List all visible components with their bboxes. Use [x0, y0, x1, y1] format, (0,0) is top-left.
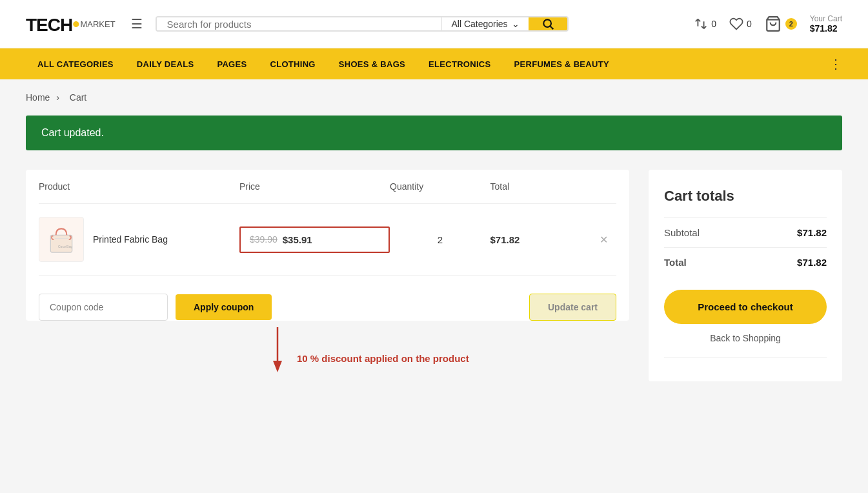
cart-table-header: Product Price Quantity Total [39, 170, 616, 204]
coupon-row: Apply coupon Update cart [39, 276, 616, 321]
subtotal-label: Subtotal [664, 227, 700, 238]
svg-line-1 [550, 26, 553, 30]
cart-totals-title: Cart totals [664, 188, 827, 205]
table-row: Coco Bag Printed Fabric Bag $39.90 $35.9… [39, 204, 616, 276]
proceed-checkout-button[interactable]: Proceed to checkout [664, 290, 827, 324]
col-product: Product [39, 181, 239, 192]
total-row: Total $71.82 [664, 247, 827, 277]
discount-annotation: 10 % discount applied on the product [26, 327, 629, 379]
search-bar: All Categories ⌄ [156, 16, 569, 32]
nav-clothing[interactable]: CLOTHING [258, 48, 327, 79]
site-header: TECH• MARKET ☰ All Categories ⌄ 0 0 2 Yo… [0, 0, 868, 48]
cart-main: Product Price Quantity Total [26, 170, 629, 381]
cart-table: Product Price Quantity Total [26, 170, 629, 321]
search-button[interactable] [529, 17, 567, 30]
cart-total-display: Your Cart $71.82 [810, 14, 842, 34]
total-value: $71.82 [797, 257, 827, 268]
breadcrumb-current: Cart [70, 92, 86, 103]
svg-point-0 [543, 19, 551, 27]
cart-updated-banner: Cart updated. [26, 116, 842, 150]
cart-layout: Product Price Quantity Total [26, 170, 842, 381]
col-price: Price [239, 181, 390, 192]
subtotal-row: Subtotal $71.82 [664, 217, 827, 247]
svg-text:Coco Bag: Coco Bag [58, 245, 72, 248]
product-image: Coco Bag [39, 217, 84, 262]
search-input[interactable] [157, 17, 442, 30]
cart-icon [765, 15, 782, 32]
price-original: $39.90 [250, 234, 278, 245]
logo[interactable]: TECH• MARKET [26, 12, 116, 36]
breadcrumb-separator: › [56, 92, 59, 103]
cart-count-badge: 2 [785, 18, 797, 30]
product-name: Printed Fabric Bag [93, 234, 168, 245]
search-icon [541, 17, 554, 30]
cart-totals-sidebar: Cart totals Subtotal $71.82 Total $71.82… [649, 170, 842, 381]
svg-marker-7 [273, 361, 282, 372]
back-to-shopping-button[interactable]: Back to Shopping [664, 324, 827, 352]
col-quantity: Quantity [390, 181, 490, 192]
col-total: Total [490, 181, 590, 192]
total-cell: $71.82 [490, 234, 590, 245]
quantity-cell: 2 [390, 234, 490, 245]
nav-shoes-bags[interactable]: SHOES & BAGS [327, 48, 417, 79]
header-actions: 0 0 2 Your Cart $71.82 [694, 14, 842, 34]
wishlist-icon-group[interactable]: 0 [729, 17, 752, 31]
cart-updated-message: Cart updated. [41, 127, 104, 138]
update-cart-button[interactable]: Update cart [529, 294, 616, 321]
total-label: Total [664, 257, 687, 268]
hamburger-menu-icon[interactable]: ☰ [131, 16, 143, 32]
apply-coupon-button[interactable]: Apply coupon [176, 294, 272, 320]
logo-tech: TECH• [26, 12, 79, 36]
svg-rect-3 [50, 235, 72, 252]
cart-icon-group[interactable]: 2 [765, 15, 797, 32]
nav-all-categories[interactable]: ALL CATEGORIES [26, 48, 125, 79]
nav-pages[interactable]: PAGES [205, 48, 258, 79]
coupon-input[interactable] [39, 294, 168, 321]
compare-count: 0 [711, 19, 716, 29]
nav-electronics[interactable]: ELECTRONICS [417, 48, 502, 79]
logo-market-text: MARKET [80, 19, 115, 29]
nav-perfumes-beauty[interactable]: PERFUMES & BEAUTY [503, 48, 621, 79]
page-content: Cart updated. Product Price Quantity Tot… [0, 116, 868, 420]
discount-arrow-icon [258, 327, 297, 379]
compare-icon-group[interactable]: 0 [694, 17, 716, 31]
subtotal-value: $71.82 [797, 227, 827, 238]
price-cell: $39.90 $35.91 [239, 226, 390, 253]
price-current: $35.91 [283, 234, 312, 245]
product-cell: Coco Bag Printed Fabric Bag [39, 217, 239, 262]
compare-icon [694, 17, 708, 31]
bag-illustration: Coco Bag [45, 223, 77, 256]
nav-more-icon[interactable]: ⋮ [829, 56, 842, 72]
nav-daily-deals[interactable]: DAILY DEALS [125, 48, 206, 79]
chevron-down-icon: ⌄ [512, 19, 520, 29]
category-dropdown[interactable]: All Categories ⌄ [441, 17, 528, 30]
breadcrumb-home[interactable]: Home [26, 92, 50, 103]
heart-icon [729, 17, 743, 31]
totals-box: Cart totals Subtotal $71.82 Total $71.82… [649, 170, 842, 381]
main-navbar: ALL CATEGORIES DAILY DEALS PAGES CLOTHIN… [0, 48, 868, 79]
remove-item-button[interactable]: ✕ [590, 234, 616, 246]
breadcrumb: Home › Cart [0, 79, 868, 116]
discount-text: 10 % discount applied on the product [297, 327, 469, 364]
totals-divider [664, 357, 827, 358]
wishlist-count: 0 [747, 19, 752, 29]
